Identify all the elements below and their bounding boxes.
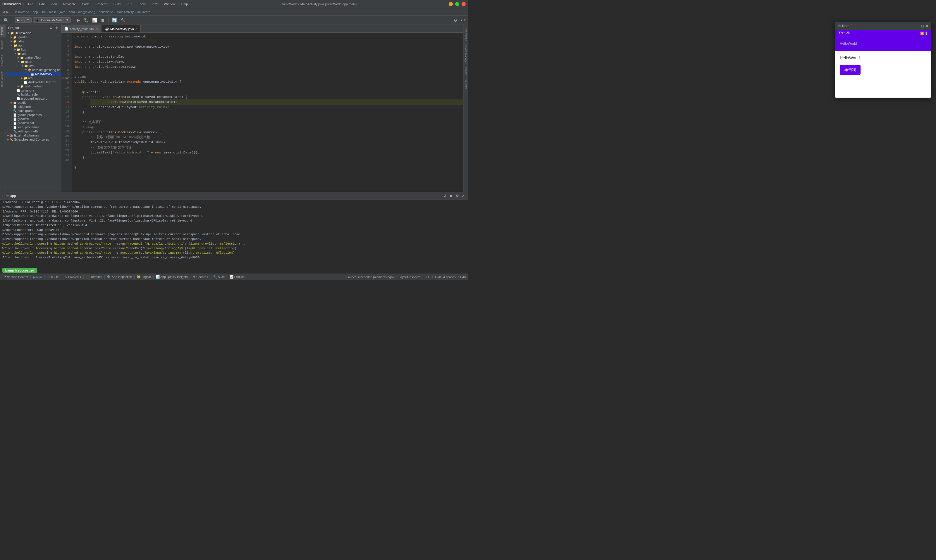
- tree-androidtest[interactable]: ▶ 📁 androidTest: [6, 55, 61, 60]
- notifications-panel-btn[interactable]: Notifications: [464, 26, 468, 42]
- tree-gitignore-app[interactable]: ▶ 📄 .gitignore: [6, 88, 61, 92]
- menu-help[interactable]: Help: [180, 2, 190, 6]
- tree-src[interactable]: ▼ 📁 src: [6, 51, 61, 55]
- tab-activity-main-xml[interactable]: 📄 activity_main.xml ✕: [62, 25, 101, 32]
- tree-local-props[interactable]: ▶ 📄 local.properties: [6, 125, 61, 129]
- tree-settings-gradle[interactable]: ▶ 🔧 settings.gradle: [6, 129, 61, 133]
- emulator-sidebar-btn[interactable]: Emulator: [464, 78, 468, 90]
- status-logcat[interactable]: 🐱 Logcat: [137, 275, 151, 279]
- tree-scratches[interactable]: ▶ ✏️ Scratches and Consoles: [6, 137, 61, 142]
- toolbar-search-btn[interactable]: 🔍: [2, 17, 10, 23]
- run-label: Run:: [2, 194, 9, 198]
- menu-tools[interactable]: Tools: [136, 2, 147, 6]
- maximize-button[interactable]: [455, 2, 459, 6]
- tree-buildgradle[interactable]: ▶ 🔧 build.gradle: [6, 109, 61, 113]
- menu-view[interactable]: View: [49, 2, 59, 6]
- tree-mainactivity[interactable]: ▶ ☕ MainActivity: [6, 72, 61, 76]
- device-selector[interactable]: 📱 Xiaomi Mi Note 3 ▾: [33, 17, 71, 23]
- tree-libs[interactable]: ▶ 📁 libs: [6, 47, 61, 51]
- menu-build[interactable]: Build: [112, 2, 122, 6]
- tree-gitignore[interactable]: ▶ 📄 .gitignore: [6, 105, 61, 109]
- breadcrumb-java[interactable]: java: [59, 10, 65, 14]
- project-collapse-btn[interactable]: ▲: [49, 26, 53, 29]
- status-encoding: UTF-8: [432, 275, 441, 279]
- breadcrumb-mainactivity[interactable]: MainActivity: [116, 10, 134, 14]
- warning-count: ▲ 2: [460, 18, 466, 22]
- status-app-inspection[interactable]: 🔍 App Inspection: [107, 275, 132, 279]
- run-config-selector[interactable]: ▶ app ▾: [15, 17, 32, 23]
- tree-external-libs[interactable]: ▶ 📚 External Libraries: [6, 133, 61, 137]
- status-run-tab[interactable]: ▶ Run: [33, 275, 42, 279]
- tree-main[interactable]: ▼ 📁 main: [6, 60, 61, 64]
- tab-xml-close[interactable]: ✕: [96, 27, 98, 31]
- status-build[interactable]: 🔨 Build: [213, 275, 225, 279]
- menu-window[interactable]: Window: [162, 2, 177, 6]
- profile-button[interactable]: 📊: [91, 17, 98, 23]
- project-settings-btn[interactable]: ⚙: [54, 26, 59, 29]
- breadcrumb-main[interactable]: main: [49, 10, 56, 14]
- close-run-btn[interactable]: ⚙: [455, 193, 460, 198]
- status-todo[interactable]: ☑ TODO: [47, 275, 59, 279]
- settings-button[interactable]: ⚙: [452, 17, 459, 23]
- minimize-button[interactable]: [449, 2, 453, 6]
- run-button[interactable]: ▶: [76, 17, 81, 23]
- rerun-button[interactable]: ↺: [443, 193, 447, 198]
- menu-run[interactable]: Run: [125, 2, 134, 6]
- tree-java[interactable]: ▼ 📁 java: [6, 64, 61, 68]
- panel-tab-project[interactable]: Project: [0, 25, 6, 37]
- tree-idea[interactable]: ▶ 📁 .idea: [6, 39, 61, 43]
- breadcrumb-oncreate[interactable]: onCreate: [137, 10, 150, 14]
- tree-root[interactable]: ▼ 📁 HelloWorld: [6, 31, 61, 35]
- breadcrumb-helloworld2[interactable]: helloworld: [99, 10, 113, 14]
- panel-tab-structure[interactable]: Structure: [0, 37, 6, 53]
- tree-app[interactable]: ▼ 📁 app: [6, 43, 61, 47]
- close-button[interactable]: [461, 2, 466, 6]
- breadcrumb-src[interactable]: src: [41, 10, 46, 14]
- tree-gradle-props[interactable]: ▶ 📄 gradle.properties: [6, 113, 61, 117]
- tree-proguard[interactable]: ▶ 📄 proguard-rules.pro: [6, 97, 61, 100]
- panel-tab-favorites[interactable]: Favorites: [0, 53, 6, 68]
- device-manager-btn[interactable]: Device Manager: [464, 43, 468, 65]
- hide-run-btn[interactable]: ✕: [461, 193, 466, 198]
- tree-package[interactable]: ▼ 📦 com.dingjiaxiong.helloworld: [6, 68, 61, 72]
- sync-button[interactable]: 🔄: [111, 17, 118, 23]
- status-problems[interactable]: ⚠ Problems: [64, 275, 81, 279]
- log-line: D/vndksupport: Loading /vendor/lib64/hw/…: [2, 237, 466, 242]
- status-profiler[interactable]: 📈 Profiler: [230, 275, 244, 279]
- menu-file[interactable]: File: [26, 2, 35, 6]
- device-arrow: ▾: [66, 18, 68, 22]
- menu-navigate[interactable]: Navigate: [62, 2, 77, 6]
- breadcrumb-app[interactable]: app: [32, 10, 38, 14]
- breadcrumb-helloworld[interactable]: HelloWorld: [14, 10, 29, 14]
- status-terminal[interactable]: ⬛ Terminal: [86, 275, 102, 279]
- nav-forward-icon[interactable]: ▶: [6, 10, 9, 14]
- tab-mainactivity-java[interactable]: ☕ MainActivity.java ✕: [102, 25, 141, 32]
- debug-button[interactable]: 🐛: [82, 17, 90, 23]
- nav-back-icon[interactable]: ◀: [2, 10, 5, 14]
- tree-gradlew-bat[interactable]: ▶ 📄 gradlew.bat: [6, 121, 61, 125]
- status-services[interactable]: ⚙ Services: [193, 275, 208, 279]
- menu-refactor[interactable]: Refactor: [94, 2, 109, 6]
- breadcrumb-com[interactable]: com: [69, 10, 75, 14]
- tree-res[interactable]: ▶ 📁 res: [6, 76, 61, 80]
- gradle-btn[interactable]: Gradle: [464, 66, 468, 76]
- code-editor[interactable]: package com.dingjiaxiong.helloworld; imp…: [72, 33, 463, 192]
- tree-buildgradle-app[interactable]: ▶ 🔧 build.gradle: [6, 92, 61, 97]
- menu-edit[interactable]: Edit: [37, 2, 46, 6]
- build-button[interactable]: 🔨: [119, 17, 126, 23]
- tree-manifest[interactable]: ▶ 📄 AndroidManifest.xml: [6, 80, 61, 84]
- status-app-quality[interactable]: 📊 App Quality Insights: [156, 275, 188, 279]
- panel-tab-build-variants[interactable]: Build Variants: [0, 68, 6, 89]
- tree-gradle[interactable]: ▶ 📁 .gradle: [6, 35, 61, 39]
- tree-gradle-root[interactable]: ▶ 📁 gradle: [6, 100, 61, 105]
- status-layout-inspector[interactable]: Layout Inspector: [399, 275, 421, 279]
- menu-code[interactable]: Code: [80, 2, 91, 6]
- tab-java-close[interactable]: ✕: [135, 27, 137, 31]
- run-stop-button[interactable]: ⏹: [449, 193, 454, 198]
- tree-gradlew[interactable]: ▶ 📄 gradlew: [6, 117, 61, 121]
- status-version-control[interactable]: ⎇ Version Control: [2, 275, 28, 279]
- tree-unittest[interactable]: ▶ 📁 test [unitTest]: [6, 84, 61, 88]
- menu-vcs[interactable]: VCS: [150, 2, 160, 6]
- breadcrumb-dingjiaxiong[interactable]: dingjiaxiong: [78, 10, 95, 14]
- stop-button[interactable]: ⏹: [99, 17, 106, 23]
